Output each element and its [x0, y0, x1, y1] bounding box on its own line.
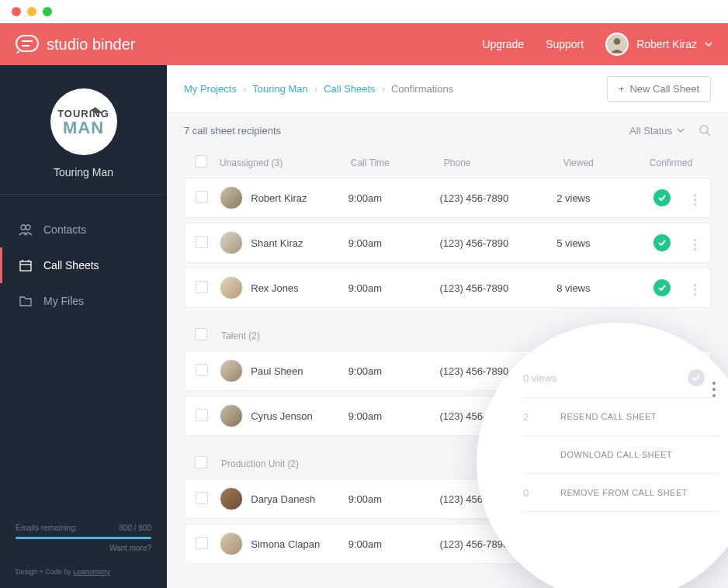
contacts-icon: [19, 223, 33, 237]
brand: studio binder: [16, 35, 136, 54]
table-row[interactable]: Rex Jones 9:00am (123) 456-7890 8 views: [184, 268, 711, 308]
row-menu-button[interactable]: [691, 281, 699, 299]
avatar: [220, 276, 243, 299]
main: My Projects › Touring Man › Call Sheets …: [167, 65, 728, 588]
breadcrumb-current: Confirmations: [391, 83, 453, 95]
support-link[interactable]: Support: [546, 38, 584, 50]
project-name: Touring Man: [0, 166, 167, 178]
svg-point-5: [21, 225, 26, 230]
quota-label: Emails remaining:: [16, 524, 77, 532]
svg-rect-7: [20, 261, 31, 271]
row-checkbox[interactable]: [196, 409, 208, 421]
svg-point-4: [614, 38, 621, 45]
maximize-window-icon[interactable]: [43, 7, 52, 16]
breadcrumb-callsheets[interactable]: Call Sheets: [324, 83, 375, 95]
files-icon: [19, 294, 33, 308]
window-chrome: [0, 0, 728, 23]
project-block: TOURING MAN Touring Man: [0, 65, 167, 195]
confirmed-badge: [653, 189, 671, 206]
want-more-link[interactable]: Want more?: [16, 544, 151, 552]
row-checkbox[interactable]: [196, 492, 208, 504]
sidebar-item-call-sheets[interactable]: Call Sheets: [0, 247, 167, 283]
chevron-down-icon: [705, 42, 712, 47]
more-icon[interactable]: [712, 382, 716, 397]
toolbar: My Projects › Touring Man › Call Sheets …: [167, 65, 728, 113]
subbar: 7 call sheet recipients All Status: [167, 113, 728, 147]
col-confirmed: Confirmed: [642, 157, 700, 168]
row-checkbox[interactable]: [196, 364, 208, 376]
avatar: [220, 186, 243, 209]
search-icon[interactable]: [699, 124, 711, 137]
row-menu-button[interactable]: [691, 236, 699, 254]
breadcrumb: My Projects › Touring Man › Call Sheets …: [184, 83, 453, 95]
sidebar: TOURING MAN Touring Man Contacts Call Sh…: [0, 65, 167, 588]
select-all-checkbox[interactable]: [195, 155, 207, 168]
svg-point-6: [26, 225, 30, 230]
col-calltime: Call Time: [351, 157, 444, 168]
new-call-sheet-button[interactable]: + New Call Sheet: [607, 76, 711, 102]
avatar: [605, 33, 629, 56]
popover-views: 0 views: [523, 372, 556, 384]
chevron-right-icon: ›: [243, 83, 246, 95]
brand-icon: [16, 35, 39, 54]
chevron-right-icon: ›: [314, 83, 317, 95]
avatar: [220, 404, 243, 427]
svg-rect-0: [16, 36, 38, 51]
sidebar-item-label: Call Sheets: [43, 259, 99, 272]
table-row[interactable]: Robert Kiraz 9:00am (123) 456-7890 2 vie…: [184, 178, 711, 218]
menu-item-remove[interactable]: REMOVE FROM CALL SHEET: [554, 474, 694, 511]
svg-line-12: [707, 133, 710, 136]
sidebar-nav: Contacts Call Sheets My Files: [0, 195, 167, 319]
avatar: [220, 487, 243, 510]
col-group-label: Unassigned (3): [220, 157, 351, 168]
confirmed-badge: [653, 279, 671, 296]
close-window-icon[interactable]: [12, 7, 21, 16]
phone: (123) 456-7890: [439, 192, 556, 204]
project-logo: TOURING MAN: [50, 88, 117, 155]
table-row[interactable]: Shant Kiraz 9:00am (123) 456-7890 5 view…: [184, 223, 711, 263]
sidebar-item-label: My Files: [43, 295, 84, 307]
row-menu-button[interactable]: [691, 191, 699, 209]
recipient-count: 7 call sheet recipients: [184, 125, 281, 137]
col-viewed: Viewed: [563, 157, 642, 168]
avatar: [220, 532, 243, 555]
views: 2 views: [556, 192, 633, 204]
confirmed-badge: [688, 369, 705, 386]
recipient-name: Shant Kiraz: [251, 237, 303, 249]
avatar: [220, 231, 243, 254]
row-checkbox[interactable]: [196, 537, 208, 549]
col-phone: Phone: [444, 157, 563, 168]
minimize-window-icon[interactable]: [27, 7, 36, 16]
credit: Design + Code by Leanometry: [16, 568, 151, 576]
popover-menu: 2 RESEND CALL SHEET DOWNLOAD CALL SHEET …: [523, 397, 719, 512]
quota-value: 800 / 800: [119, 524, 151, 532]
recipient-name: Simona Clapan: [251, 538, 320, 550]
breadcrumb-project[interactable]: Touring Man: [252, 83, 308, 95]
chevron-down-icon: [677, 128, 685, 133]
upgrade-link[interactable]: Upgrade: [482, 38, 524, 50]
menu-item-resend[interactable]: RESEND CALL SHEET: [554, 398, 663, 435]
sidebar-item-my-files[interactable]: My Files: [0, 283, 167, 319]
call-time: 9:00am: [348, 192, 440, 204]
confirmed-badge: [653, 234, 671, 251]
avatar: [220, 359, 243, 382]
recipient-name: Darya Danesh: [251, 493, 315, 505]
select-all-checkbox[interactable]: [195, 456, 207, 469]
breadcrumb-projects[interactable]: My Projects: [184, 83, 237, 95]
sidebar-footer: Emails remaining: 800 / 800 Want more? D…: [0, 513, 167, 588]
credit-link[interactable]: Leanometry: [73, 568, 110, 576]
plus-icon: +: [619, 83, 625, 95]
recipient-name: Cyrus Jenson: [251, 410, 312, 422]
call-sheets-icon: [19, 258, 33, 272]
recipient-name: Robert Kiraz: [251, 192, 307, 204]
sidebar-item-contacts[interactable]: Contacts: [0, 212, 167, 247]
menu-item-download[interactable]: DOWNLOAD CALL SHEET: [554, 436, 678, 473]
row-checkbox[interactable]: [196, 191, 208, 203]
user-name: Robert Kiraz: [636, 38, 697, 50]
row-checkbox[interactable]: [196, 236, 208, 248]
user-menu[interactable]: Robert Kiraz: [605, 33, 712, 56]
row-checkbox[interactable]: [196, 281, 208, 293]
status-filter[interactable]: All Status: [629, 125, 685, 137]
select-all-checkbox[interactable]: [195, 328, 207, 341]
group-header-unassigned: Unassigned (3) Call Time Phone Viewed Co…: [184, 147, 711, 178]
